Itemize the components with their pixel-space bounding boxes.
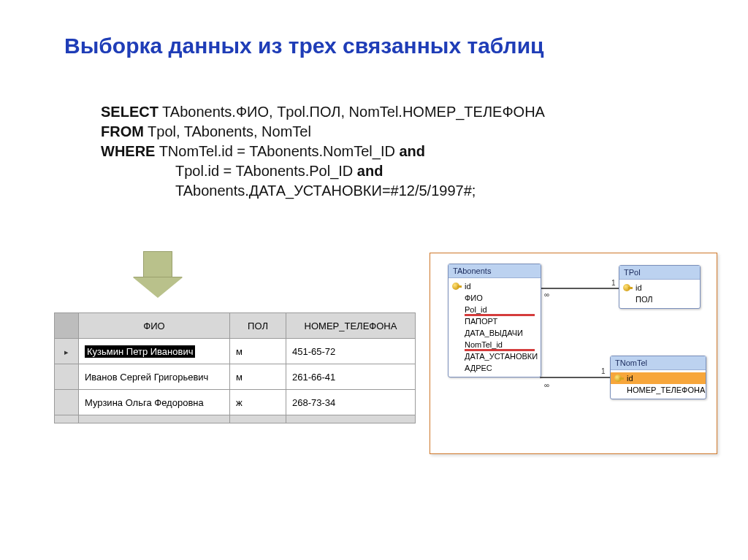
sql-select-fields: TAbonents.ФИО, Tpol.ПОЛ, NomTel.НОМЕР_ТЕ… — [159, 104, 545, 120]
schema-diagram: 1 ∞ 1 ∞ TAbonents id ФИО Pol_id ПАПОРТ Д… — [430, 253, 717, 454]
slide-title: Выборка данных из трех связанных таблиц — [64, 34, 704, 58]
col-fio: ФИО — [79, 313, 230, 339]
field-key-highlight: id — [611, 372, 706, 384]
tbl-title: TNomTel — [611, 356, 706, 370]
field: АДРЕС — [449, 362, 541, 374]
cell: м — [230, 339, 286, 364]
field: ДАТА_УСТАНОВКИ — [449, 350, 541, 362]
col-tel: НОМЕР_ТЕЛЕФОНА — [286, 313, 416, 339]
sql-query: SELECT TAbonents.ФИО, Tpol.ПОЛ, NomTel.Н… — [101, 102, 704, 201]
table-row: Иванов Сергей Григорьевич м 261-66-41 — [55, 364, 416, 390]
field: ФИО — [449, 292, 541, 304]
card-one: 1 — [601, 367, 606, 375]
sql-cond2: Tpol.id = TAbonents.Pol_ID — [175, 163, 357, 179]
sql-cond1: TNomTel.id = TAbonents.NomTel_ID — [155, 143, 399, 159]
row-pointer-icon — [55, 339, 79, 364]
kw-from: FROM — [101, 123, 144, 139]
field: ДАТА_ВЫДАЧИ — [449, 327, 541, 339]
card-one: 1 — [611, 279, 616, 287]
cell: м — [230, 364, 286, 390]
sql-cond3: TAbonents.ДАТА_УСТАНОВКИ=#12/5/1997#; — [175, 183, 476, 199]
cell: Иванов Сергей Григорьевич — [79, 364, 230, 390]
cell: 261-66-41 — [286, 364, 416, 390]
kw-and2: and — [357, 163, 383, 179]
kw-where: WHERE — [101, 143, 155, 159]
field-fk: NomTel_id — [449, 339, 541, 350]
field: ПОЛ — [619, 294, 700, 305]
tbl-title: TAbonents — [449, 264, 541, 278]
card-many: ∞ — [544, 381, 549, 389]
row-selector-header — [55, 313, 79, 339]
col-pol: ПОЛ — [230, 313, 286, 339]
cell: ж — [230, 390, 286, 415]
table-trailing-row — [55, 415, 416, 423]
kw-and1: and — [400, 143, 426, 159]
sql-from-tables: Tpol, TAbonents, NomTel — [144, 123, 311, 139]
table-box-tpol: TPol id ПОЛ — [619, 265, 701, 309]
cell: Мурзина Ольга Федоровна — [79, 390, 230, 415]
cell: 451-65-72 — [286, 339, 416, 364]
field-fk: Pol_id — [449, 304, 541, 315]
field: ПАПОРТ — [449, 315, 541, 327]
field-key: id — [449, 280, 541, 292]
result-table: ФИО ПОЛ НОМЕР_ТЕЛЕФОНА Кузьмин Петр Иван… — [54, 312, 416, 423]
field-key: id — [619, 282, 700, 294]
selected-cell: Кузьмин Петр Иванович — [85, 345, 195, 358]
table-row: Мурзина Ольга Федоровна ж 268-73-34 — [55, 390, 416, 415]
table-box-tabonents: TAbonents id ФИО Pol_id ПАПОРТ ДАТА_ВЫДА… — [448, 264, 541, 377]
card-many: ∞ — [544, 291, 549, 299]
cell: 268-73-34 — [286, 390, 416, 415]
tbl-title: TPol — [619, 266, 700, 280]
table-row: Кузьмин Петр Иванович м 451-65-72 — [55, 339, 416, 364]
table-box-tnomtel: TNomTel id НОМЕР_ТЕЛЕФОНА — [610, 356, 706, 399]
arrow-down-icon — [133, 251, 183, 298]
kw-select: SELECT — [101, 104, 159, 120]
field: НОМЕР_ТЕЛЕФОНА — [611, 384, 706, 396]
